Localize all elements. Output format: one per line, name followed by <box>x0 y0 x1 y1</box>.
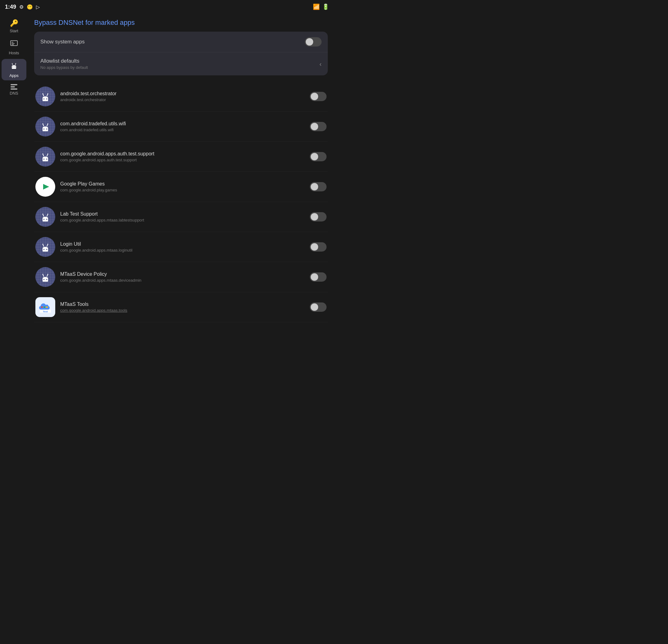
app-info-3: Google Play Games com.google.android.pla… <box>60 181 305 192</box>
svg-text:Test: Test <box>43 310 48 313</box>
app-toggle-0[interactable] <box>310 92 327 101</box>
hosts-icon <box>10 40 18 49</box>
list-item: MTaaS Device Policy com.google.android.a… <box>34 262 328 292</box>
svg-point-20 <box>43 124 44 124</box>
app-toggle-2[interactable] <box>310 152 327 161</box>
svg-rect-52 <box>41 307 43 308</box>
svg-line-25 <box>47 154 48 156</box>
svg-rect-3 <box>12 44 14 45</box>
app-info-1: com.android.tradefed.utils.wifi com.andr… <box>60 121 305 132</box>
app-package-7: com.google.android.apps.mtaas.tools <box>60 308 305 313</box>
svg-point-39 <box>46 249 47 250</box>
status-left: 1:49 ⚙ 😶 ▷ <box>5 4 40 10</box>
app-package-5: com.google.android.apps.mtaas.loginutil <box>60 248 305 252</box>
app-toggle-3[interactable] <box>310 182 327 191</box>
svg-line-19 <box>47 124 48 126</box>
app-toggle-7[interactable] <box>310 302 327 312</box>
app-name-2: com.google.android.apps.auth.test.suppor… <box>60 151 305 157</box>
svg-point-10 <box>44 98 45 99</box>
show-system-apps-toggle[interactable] <box>305 37 322 47</box>
svg-point-26 <box>43 154 44 155</box>
svg-point-32 <box>44 219 45 220</box>
svg-line-46 <box>43 274 44 277</box>
allowlist-defaults-label: Allowlist defaults <box>40 58 88 64</box>
app-package-1: com.android.tradefed.utils.wifi <box>60 127 305 132</box>
svg-point-38 <box>44 249 45 250</box>
list-item: Google Play Games com.google.android.pla… <box>34 172 328 202</box>
app-info-4: Lab Test Support com.google.android.apps… <box>60 211 305 222</box>
app-package-4: com.google.android.apps.mtaas.labtestsup… <box>60 218 305 222</box>
app-toggle-5[interactable] <box>310 242 327 252</box>
android-icon <box>10 61 18 72</box>
svg-point-21 <box>47 124 48 124</box>
svg-point-37 <box>47 214 48 215</box>
list-item: Login Util com.google.android.apps.mtaas… <box>34 232 328 262</box>
app-icon-1 <box>35 116 55 137</box>
svg-rect-1 <box>12 42 13 43</box>
svg-point-17 <box>46 128 47 130</box>
svg-point-42 <box>43 244 44 245</box>
svg-point-9 <box>16 63 16 64</box>
sidebar-item-apps[interactable]: Apps <box>2 59 26 80</box>
svg-line-7 <box>15 64 16 65</box>
svg-point-5 <box>15 67 15 67</box>
svg-line-13 <box>47 94 48 96</box>
svg-point-22 <box>44 158 45 160</box>
svg-point-36 <box>43 214 44 215</box>
svg-point-45 <box>46 279 47 280</box>
sidebar-item-start[interactable]: 🔑 Start <box>2 17 26 36</box>
app-info-6: MTaaS Device Policy com.google.android.a… <box>60 271 305 283</box>
play-status-icon: ▷ <box>36 4 40 10</box>
svg-point-48 <box>43 274 44 275</box>
app-icon-4 <box>35 207 55 227</box>
sidebar-item-hosts[interactable]: Hosts <box>2 37 26 58</box>
status-bar: 1:49 ⚙ 😶 ▷ 📶 🔋 <box>0 0 334 14</box>
sidebar-item-dns[interactable]: DNS <box>2 82 26 98</box>
svg-line-41 <box>47 245 48 246</box>
app-name-1: com.android.tradefed.utils.wifi <box>60 121 305 127</box>
svg-line-6 <box>12 64 13 65</box>
app-package-3: com.google.android.play.games <box>60 188 305 192</box>
status-right: 📶 🔋 <box>313 3 329 10</box>
sidebar-dns-label: DNS <box>10 91 18 96</box>
app-package-6: com.google.android.apps.mtaas.deviceadmi… <box>60 278 305 283</box>
battery-icon: 🔋 <box>322 3 329 10</box>
svg-line-40 <box>43 245 44 246</box>
app-icon-6 <box>35 267 55 287</box>
svg-line-18 <box>43 124 44 126</box>
svg-point-15 <box>47 93 48 94</box>
app-icon-5 <box>35 237 55 257</box>
svg-point-49 <box>47 274 48 275</box>
app-toggle-1[interactable] <box>310 122 327 131</box>
allowlist-defaults-row[interactable]: Allowlist defaults No apps bypass by def… <box>34 52 328 75</box>
status-time: 1:49 <box>5 4 16 10</box>
page-title: Bypass DNSNet for marked apps <box>34 19 328 27</box>
svg-point-8 <box>12 63 13 64</box>
sidebar-hosts-label: Hosts <box>9 50 19 55</box>
list-item: com.google.android.apps.auth.test.suppor… <box>34 142 328 172</box>
dns-icon <box>11 84 17 90</box>
svg-point-23 <box>46 158 47 160</box>
allowlist-defaults-sublabel: No apps bypass by default <box>40 65 88 70</box>
app-toggle-6[interactable] <box>310 272 327 282</box>
app-icon-2 <box>35 147 55 167</box>
show-system-apps-label: Show system apps <box>40 39 85 45</box>
svg-rect-2 <box>12 43 15 44</box>
app-name-4: Lab Test Support <box>60 211 305 217</box>
app-name-7: MTaaS Tools <box>60 301 305 307</box>
svg-point-11 <box>46 98 47 99</box>
sidebar-apps-label: Apps <box>9 73 19 78</box>
main-content: Bypass DNSNet for marked apps Show syste… <box>28 14 334 644</box>
list-item: Test MTaaS Tools com.google.android.apps… <box>34 292 328 322</box>
wifi-icon: 📶 <box>313 3 320 10</box>
list-item: Lab Test Support com.google.android.apps… <box>34 202 328 232</box>
list-item: com.android.tradefed.utils.wifi com.andr… <box>34 112 328 142</box>
svg-line-35 <box>47 214 48 216</box>
svg-line-34 <box>43 214 44 216</box>
settings-card: Show system apps Allowlist defaults No a… <box>34 32 328 75</box>
app-toggle-4[interactable] <box>310 212 327 221</box>
app-info-7: MTaaS Tools com.google.android.apps.mtaa… <box>60 301 305 313</box>
app-name-3: Google Play Games <box>60 181 305 187</box>
show-system-apps-row: Show system apps <box>34 32 328 52</box>
app-package-2: com.google.android.apps.auth.test.suppor… <box>60 158 305 162</box>
